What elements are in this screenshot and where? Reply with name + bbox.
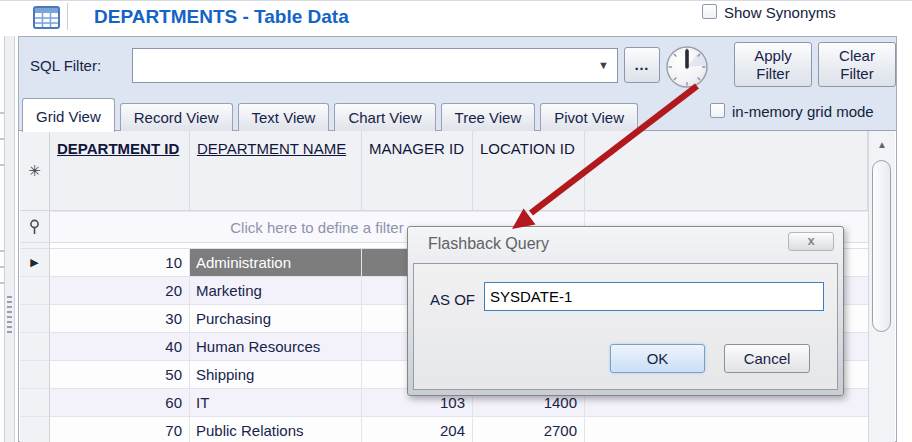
in-memory-grid-mode-label: in-memory grid mode — [732, 103, 874, 120]
column-header-row: ✳ DEPARTMENT ID DEPARTMENT NAME MANAGER … — [20, 131, 868, 211]
column-header-department-id[interactable]: DEPARTMENT ID — [50, 131, 190, 211]
cell-department-name[interactable]: Purchasing — [190, 305, 362, 333]
cell-department-name[interactable]: Administration — [190, 249, 362, 277]
rail-tick — [0, 266, 4, 268]
as-of-label: AS OF — [430, 291, 475, 308]
header-separator — [67, 3, 68, 30]
clear-filter-button[interactable]: Clear Filter — [818, 42, 896, 87]
dialog-title: Flashback Query — [428, 235, 549, 253]
cell-department-name[interactable]: Shipping — [190, 361, 362, 389]
cell-department-id[interactable]: 60 — [50, 389, 190, 417]
sql-filter-combobox[interactable]: ▼ — [132, 48, 618, 83]
row-indicator — [20, 277, 50, 305]
rail-tick — [0, 164, 4, 166]
cell-department-name[interactable]: Human Resources — [190, 333, 362, 361]
tab-pivot-view[interactable]: Pivot View — [540, 103, 638, 131]
close-icon[interactable]: x — [788, 232, 834, 251]
sql-filter-label: SQL Filter: — [30, 57, 101, 74]
dialog-content: AS OF OK Cancel — [413, 263, 838, 390]
cell-filler — [585, 417, 868, 442]
rail-tick — [0, 112, 4, 114]
filter-pin-icon — [20, 211, 50, 243]
splitter-grip[interactable] — [7, 296, 12, 334]
scroll-up-icon[interactable]: ▲ — [869, 139, 895, 150]
left-splitter-rail[interactable] — [4, 0, 15, 442]
row-indicator — [20, 417, 50, 442]
new-row-indicator-icon: ✳ — [20, 131, 50, 211]
column-header-filler — [585, 131, 868, 211]
tab-record-view[interactable]: Record View — [120, 103, 233, 131]
row-pointer-icon: ▶ — [20, 249, 50, 277]
row-indicator — [20, 305, 50, 333]
chevron-down-icon[interactable]: ▼ — [598, 59, 609, 71]
page-title: DEPARTMENTS - Table Data — [94, 6, 349, 28]
row-pointer-glyph: ▶ — [30, 256, 38, 269]
cell-location-id[interactable]: 2700 — [473, 417, 585, 442]
column-header-manager-id[interactable]: MANAGER ID — [362, 131, 473, 211]
column-header-location-id[interactable]: LOCATION ID — [473, 131, 585, 211]
in-memory-grid-mode-checkbox[interactable] — [710, 103, 725, 118]
cancel-button[interactable]: Cancel — [724, 344, 810, 373]
flashback-clock-icon[interactable] — [665, 45, 709, 89]
vertical-scrollbar[interactable]: ▲ — [868, 131, 895, 442]
apply-filter-button[interactable]: Apply Filter — [734, 42, 812, 87]
rail-tick — [0, 250, 4, 252]
as-of-input[interactable] — [484, 282, 824, 311]
row-indicator — [20, 389, 50, 417]
cell-department-id[interactable]: 30 — [50, 305, 190, 333]
show-synonyms-label: Show Synonyms — [724, 4, 836, 21]
cell-department-id[interactable]: 70 — [50, 417, 190, 442]
cell-department-id[interactable]: 50 — [50, 361, 190, 389]
column-header-department-name[interactable]: DEPARTMENT NAME — [190, 131, 362, 211]
table-row[interactable]: 70 Public Relations 204 2700 — [20, 417, 868, 442]
tab-chart-view[interactable]: Chart View — [334, 103, 435, 131]
cell-department-name[interactable]: Public Relations — [190, 417, 362, 442]
tab-tree-view[interactable]: Tree View — [441, 103, 536, 131]
cell-department-id[interactable]: 20 — [50, 277, 190, 305]
flashback-query-dialog: Flashback Query x AS OF OK Cancel — [407, 226, 844, 396]
rail-tick — [0, 138, 4, 140]
cell-department-name[interactable]: IT — [190, 389, 362, 417]
cell-department-id[interactable]: 40 — [50, 333, 190, 361]
rail-tick — [0, 282, 4, 284]
cell-manager-id[interactable]: 204 — [362, 417, 473, 442]
tab-text-view[interactable]: Text View — [238, 103, 330, 131]
ok-button[interactable]: OK — [610, 344, 705, 373]
cell-department-id[interactable]: 10 — [50, 249, 190, 277]
row-indicator — [20, 361, 50, 389]
scrollbar-thumb[interactable] — [872, 160, 891, 332]
show-synonyms-checkbox[interactable] — [702, 4, 717, 19]
cell-department-name[interactable]: Marketing — [190, 277, 362, 305]
table-icon — [33, 6, 60, 29]
row-indicator — [20, 333, 50, 361]
filter-builder-button[interactable]: … — [624, 47, 660, 83]
table-data-icon[interactable] — [28, 3, 64, 31]
view-tabs: Grid View Record View Text View Chart Vi… — [22, 97, 682, 131]
tab-grid-view[interactable]: Grid View — [22, 98, 115, 132]
